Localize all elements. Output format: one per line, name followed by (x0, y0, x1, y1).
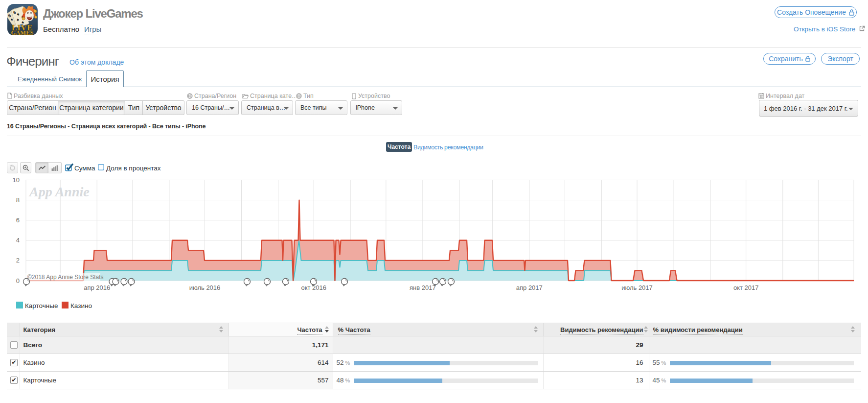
svg-text:апр 2016: апр 2016 (84, 284, 110, 291)
svg-text:App Annie: App Annie (28, 184, 90, 199)
svg-text:10: 10 (13, 176, 20, 184)
svg-text:окт 2017: окт 2017 (733, 284, 759, 291)
svg-text:2: 2 (16, 257, 20, 264)
svg-text:янв 2017: янв 2017 (410, 284, 436, 291)
svg-text:8: 8 (16, 196, 20, 204)
svg-text:0: 0 (16, 277, 20, 284)
svg-text:6: 6 (16, 216, 20, 224)
svg-text:апр 2017: апр 2017 (516, 284, 543, 291)
svg-text:июль 2017: июль 2017 (621, 284, 653, 291)
svg-text:4: 4 (16, 237, 20, 244)
svg-text:©2018 App Annie Store Stats: ©2018 App Annie Store Stats (27, 274, 104, 281)
svg-text:июль 2016: июль 2016 (189, 284, 221, 291)
